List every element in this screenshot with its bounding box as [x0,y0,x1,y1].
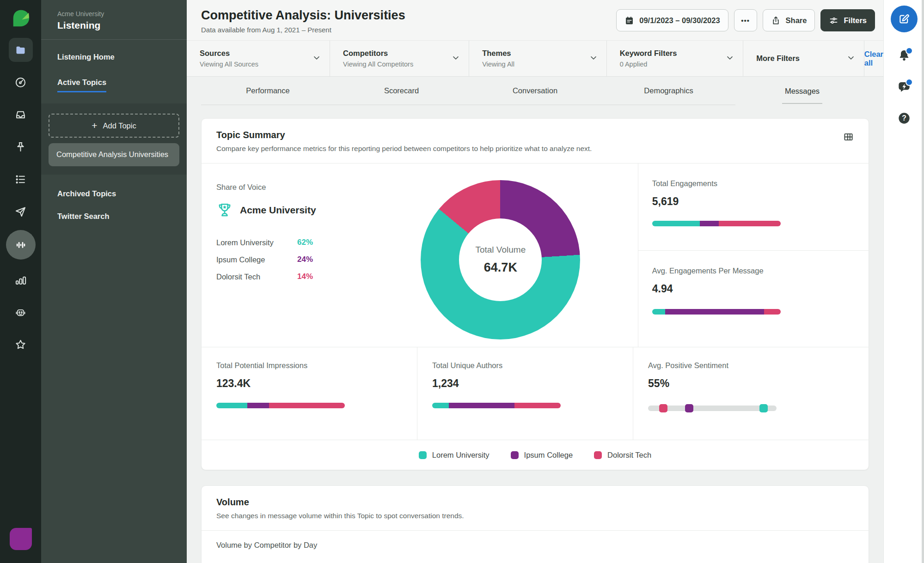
table-view-icon[interactable] [843,132,854,144]
share-of-voice-winner: Acme University [216,202,363,218]
main-content: Competitive Analysis: Universities Data … [187,0,883,563]
filter-themes[interactable]: ThemesViewing All [469,41,606,76]
metric-total-engagements: Total Engagements 5,619 [638,163,869,251]
report-tabs: Performance Scorecard Conversation Demog… [187,77,883,105]
pin-icon[interactable] [9,135,33,159]
volume-chart-label: Volume by Competitor by Day [216,541,854,550]
chevron-down-icon [725,53,734,64]
list-icon[interactable] [9,167,33,191]
trophy-icon [216,202,233,218]
stacked-bar [432,403,561,408]
chevron-down-icon [312,53,321,64]
page-header: Competitive Analysis: Universities Data … [187,0,883,40]
header-actions: 09/1/2023 – 09/30/2023 ••• Share Filters [616,9,875,31]
add-topic-button[interactable]: + Add Topic [49,114,179,138]
filters-label: Filters [844,16,867,25]
share-button[interactable]: Share [763,9,815,31]
share-of-voice-label: Share of Voice [216,183,363,192]
compose-button[interactable] [891,6,918,32]
filter-keyword-filters[interactable]: Keyword Filters0 Applied [607,41,744,76]
active-topics-panel: + Add Topic Competitive Analysis Univers… [41,103,187,175]
filters-button[interactable]: Filters [820,9,875,31]
whats-new-badge [906,79,913,86]
svg-text:?: ? [902,114,906,122]
calendar-icon [624,16,634,25]
help-button[interactable]: ? [898,112,911,127]
topic-summary-subtitle: Compare key performance metrics for this… [216,145,592,153]
stacked-bar [652,309,781,315]
winner-name: Acme University [240,205,316,216]
topic-summary-bottom: Total Potential Impressions 123.4K Total… [202,347,869,440]
compose-pencil-icon [898,13,910,25]
legend-swatch [594,451,602,459]
inbox-icon[interactable] [9,103,33,127]
sov-row: Ipsum College 24% [216,255,363,264]
sidebar-item-archived-topics[interactable]: Archived Topics [41,189,187,198]
topic-summary-card: Topic Summary Compare key performance me… [201,118,869,470]
volume-header: Volume See changes in message volume wit… [202,486,869,531]
legend-swatch [511,451,519,459]
tab-conversation[interactable]: Conversation [468,77,602,104]
legend-item: Lorem University [419,451,490,460]
share-of-voice-donut-chart[interactable]: Total Volume 64.7K [421,180,580,339]
filter-competitors[interactable]: CompetitorsViewing All Competitors [330,41,469,76]
listening-sidebar: Acme University Listening Listening Home… [41,0,187,563]
listening-waveform-icon[interactable] [6,230,36,260]
page-header-titles: Competitive Analysis: Universities Data … [201,8,405,34]
bar-chart-icon[interactable] [9,268,33,292]
share-of-voice-block: Share of Voice Acme University [216,177,363,347]
star-icon[interactable] [9,333,33,357]
date-range-label: 09/1/2023 – 09/30/2023 [639,16,720,25]
sidebar-item-twitter-search[interactable]: Twitter Search [41,212,187,221]
topic-summary-title: Topic Summary [216,130,592,140]
legend-swatch [419,451,427,459]
share-of-voice-list: Lorem University 62% Ipsum College 24% D… [216,238,363,281]
share-label: Share [786,16,807,25]
more-options-button[interactable]: ••• [734,9,757,31]
tab-demographics[interactable]: Demographics [602,77,735,104]
sidebar-item-active-topics[interactable]: Active Topics [41,78,187,92]
clear-all-link[interactable]: Clear all [864,41,883,76]
sov-row: Lorem University 62% [216,238,363,247]
volume-card: Volume See changes in message volume wit… [201,485,869,563]
filter-sources[interactable]: SourcesViewing All Sources [187,41,330,76]
tab-performance[interactable]: Performance [201,77,335,104]
stacked-bar [652,221,781,226]
app-window: Acme University Listening Listening Home… [0,0,924,563]
metric-total-unique-authors: Total Unique Authors 1,234 [417,347,633,440]
whats-new-button[interactable] [898,80,911,95]
volume-title: Volume [216,497,464,508]
stacked-bar [216,403,345,408]
metric-avg-engagements: Avg. Engagements Per Message 4.94 [638,251,869,347]
dashboard-gauge-icon[interactable] [9,70,33,94]
sidebar-header: Acme University Listening [41,0,187,40]
paper-plane-icon[interactable] [9,200,33,224]
donut-center-label: Total Volume [475,245,526,255]
filter-more-filters[interactable]: More Filters [743,41,864,76]
right-utility-rail: ? [883,0,924,563]
report-content: Topic Summary Compare key performance me… [187,105,883,563]
sov-row: Dolorsit Tech 14% [216,272,363,281]
volume-subtitle: See changes in message volume within thi… [216,512,464,520]
bot-icon[interactable] [9,300,33,324]
page-title: Competitive Analysis: Universities [201,8,405,23]
tab-messages[interactable]: Messages [735,77,869,105]
chevron-down-icon [589,53,598,64]
topic-summary-header: Topic Summary Compare key performance me… [202,119,869,163]
donut-center-value: 64.7K [484,260,517,275]
folder-icon[interactable] [9,38,33,62]
left-icon-rail [0,0,41,563]
user-avatar[interactable] [10,528,32,550]
filter-bar: SourcesViewing All Sources CompetitorsVi… [187,40,883,77]
tab-scorecard[interactable]: Scorecard [335,77,468,104]
notification-badge [906,47,913,54]
topic-item-competitive-analysis[interactable]: Competitive Analysis Universities [49,143,179,166]
scrollbar[interactable] [922,0,924,563]
filters-sliders-icon [829,16,838,25]
chart-legend: Lorem University Ipsum College Dolorsit … [202,440,869,470]
notifications-button[interactable] [898,49,911,64]
date-range-button[interactable]: 09/1/2023 – 09/30/2023 [616,9,728,31]
plus-icon: + [92,120,97,131]
sidebar-item-listening-home[interactable]: Listening Home [41,53,187,61]
metric-avg-positive-sentiment: Avg. Positive Sentiment 55% [633,347,869,440]
